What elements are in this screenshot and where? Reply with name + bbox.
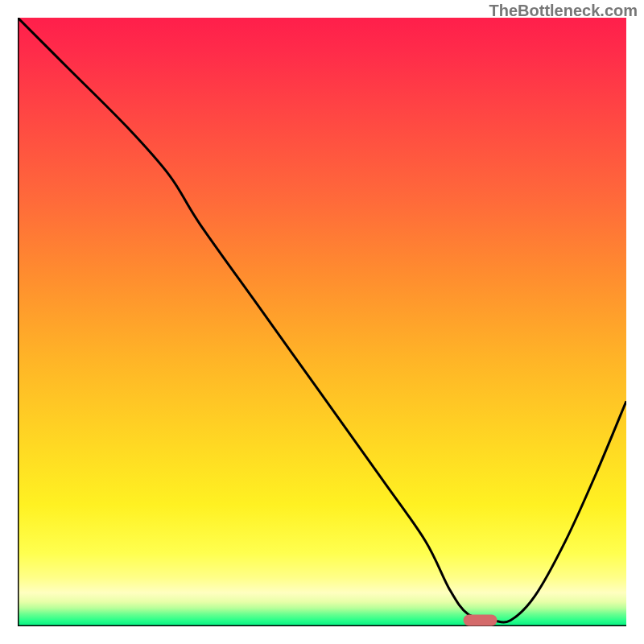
bottleneck-curve	[18, 18, 626, 622]
watermark-label: TheBottleneck.com	[489, 2, 638, 20]
chart-svg	[18, 18, 626, 626]
optimal-marker	[464, 614, 497, 625]
plot-area	[18, 18, 626, 626]
